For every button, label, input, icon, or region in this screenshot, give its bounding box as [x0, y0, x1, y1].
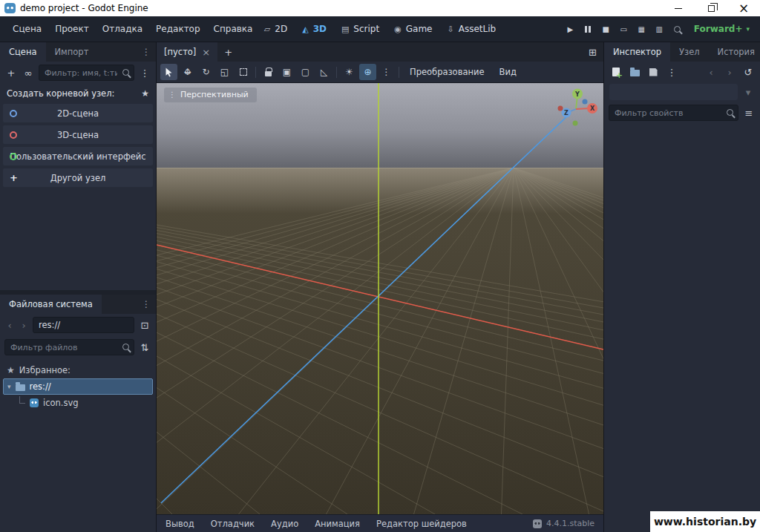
create-2d-scene-button[interactable]: 2D-сцена	[3, 104, 153, 122]
tab-history[interactable]: История	[709, 42, 760, 62]
close-button[interactable]: ×	[727, 0, 760, 16]
ungroup-node-button[interactable]: ▢	[297, 64, 314, 80]
lock-icon	[265, 71, 272, 76]
tree-item-res-root[interactable]: ▾ res://	[3, 378, 153, 395]
toggle-preview-sun-button[interactable]: ☀	[341, 64, 358, 80]
scene-tree-menu-icon[interactable]: ⋮	[138, 65, 151, 80]
scale-tool-button[interactable]: ◱	[216, 64, 233, 80]
edited-object-field[interactable]	[609, 84, 738, 100]
view-menu[interactable]: Вид	[493, 64, 523, 80]
instance-scene-button[interactable]: ∞	[22, 65, 35, 80]
split-view-icon[interactable]: ⊡	[138, 318, 151, 332]
menu-scene[interactable]: Сцена	[6, 19, 48, 39]
current-path-field[interactable]: res://	[33, 317, 134, 333]
menu-help[interactable]: Справка	[207, 19, 260, 39]
menu-project[interactable]: Проект	[48, 19, 96, 39]
renderer-dropdown[interactable]: Forward+ ▾	[687, 21, 754, 37]
create-ui-scene-label: Пользовательский интерфейс	[10, 151, 145, 162]
filter-options-icon[interactable]: ≡	[742, 105, 756, 120]
play-button[interactable]: ▶	[562, 21, 579, 37]
add-node-button[interactable]: +	[4, 65, 18, 80]
favorites-label: Избранное:	[19, 365, 71, 375]
create-ui-scene-button[interactable]: Пользовательский интерфейс	[3, 147, 153, 165]
workspace-assetlib[interactable]: ⇩ AssetLib	[441, 20, 503, 38]
panel-output[interactable]: Вывод	[166, 519, 194, 529]
view-axes-gizmo[interactable]: Y X Z	[554, 88, 599, 131]
tree-item-label: icon.svg	[43, 398, 79, 408]
minimize-button[interactable]	[662, 0, 695, 16]
move-tool-button[interactable]: ↔↕	[179, 64, 196, 80]
scene-filter-field	[39, 65, 134, 81]
panel-audio[interactable]: Аудио	[271, 519, 298, 529]
new-scene-tab-button[interactable]: +	[217, 42, 239, 62]
history-back-icon[interactable]: ‹	[704, 65, 718, 79]
filesystem-menu-icon[interactable]: ⋮	[137, 295, 156, 314]
workspace-script[interactable]: ▤ Script	[335, 20, 386, 38]
property-filter-field	[609, 105, 738, 121]
restore-button[interactable]	[695, 0, 727, 16]
environment-options-icon[interactable]: ⋮	[378, 64, 395, 80]
menu-debug[interactable]: Отладка	[96, 19, 149, 39]
axis-neg-y-ball	[573, 121, 578, 126]
file-filter-input[interactable]	[4, 339, 134, 355]
save-icon	[649, 68, 658, 76]
workspace-game[interactable]: ◉ Game	[387, 20, 439, 38]
collapse-caret-icon[interactable]: ▾	[7, 383, 11, 390]
toggle-preview-environment-button[interactable]: ⊕	[359, 64, 376, 80]
close-tab-icon[interactable]: ×	[202, 47, 210, 58]
favorites-row[interactable]: ★ Избранное:	[0, 362, 156, 378]
stop-button[interactable]: ■	[597, 21, 615, 37]
lock-node-button[interactable]	[260, 64, 277, 80]
transform-menu[interactable]: Преобразование	[403, 64, 491, 80]
godot-logo-icon	[4, 3, 16, 13]
panel-shader-editor[interactable]: Редактор шейдеров	[376, 519, 467, 529]
scene-dock-menu-icon[interactable]: ⋮	[137, 42, 156, 62]
nav-forward-icon[interactable]: ›	[19, 320, 29, 331]
create-other-node-button[interactable]: + Другой узел	[3, 168, 153, 187]
movie-maker-button[interactable]: ▥	[651, 21, 668, 37]
sort-files-icon[interactable]: ⇅	[138, 340, 151, 355]
svg-text:Y: Y	[574, 91, 580, 98]
panel-debugger[interactable]: Отладчик	[211, 519, 255, 529]
3d-world-canvas[interactable]	[157, 83, 603, 514]
3d-viewport[interactable]: ⋮ Перспективный Y X Z	[157, 83, 603, 514]
move-icon: ↔↕	[183, 67, 193, 77]
panel-animation[interactable]: Анимация	[315, 519, 360, 529]
select-tool-button[interactable]	[160, 64, 177, 80]
expand-viewport-icon[interactable]: ⊞	[582, 42, 603, 62]
scene-filter-input[interactable]	[39, 65, 134, 81]
axis-neg-x-ball	[558, 106, 563, 111]
create-3d-scene-button[interactable]: 3D-сцена	[3, 125, 153, 144]
scene-tab-empty[interactable]: [пусто] ×	[157, 42, 217, 62]
tab-node[interactable]: Узел	[670, 42, 709, 62]
load-resource-button[interactable]	[628, 65, 641, 79]
rotate-tool-button[interactable]: ↻	[197, 64, 214, 80]
box-select-tool-button[interactable]	[235, 64, 252, 80]
tab-scene[interactable]: Сцена	[0, 42, 46, 62]
nav-back-icon[interactable]: ‹	[4, 320, 15, 331]
toolbar-separator	[399, 67, 399, 78]
ruler-tool-button[interactable]: ◺	[315, 64, 332, 80]
workspace-2d[interactable]: ▱ 2D	[258, 20, 294, 38]
history-forward-icon[interactable]: ›	[723, 65, 736, 79]
menu-editor[interactable]: Редактор	[149, 19, 206, 39]
group-node-button[interactable]: ▣	[278, 64, 295, 80]
2d-icon: ▱	[264, 24, 270, 34]
save-resource-button[interactable]	[646, 65, 660, 79]
tab-filesystem[interactable]: Файловая система	[0, 295, 102, 314]
pause-button[interactable]	[580, 21, 597, 37]
new-resource-button[interactable]	[609, 65, 623, 79]
tree-item-icon-svg[interactable]: icon.svg	[0, 395, 156, 411]
projection-dropdown[interactable]: ⋮ Перспективный	[164, 88, 257, 102]
workspace-3d[interactable]: ◭ 3D	[295, 20, 333, 38]
tab-inspector[interactable]: Инспектор	[604, 42, 670, 62]
quick-search-button[interactable]	[669, 21, 686, 37]
play-scene-button[interactable]: ▦	[633, 21, 650, 37]
resource-menu-icon[interactable]: ⋮	[665, 65, 678, 79]
remote-debug-button[interactable]: ▭	[615, 21, 632, 37]
object-history-icon[interactable]: ↺	[741, 65, 755, 79]
open-docs-icon[interactable]: ▾	[741, 85, 755, 99]
property-filter-input[interactable]	[609, 105, 738, 121]
favorites-star-icon[interactable]: ★	[141, 88, 149, 99]
tab-import[interactable]: Импорт	[46, 42, 98, 62]
